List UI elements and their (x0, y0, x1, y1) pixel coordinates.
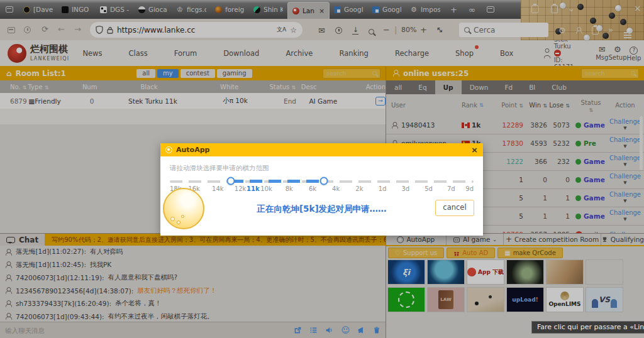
modal-title: AutoApp (176, 146, 209, 154)
modal-close-icon[interactable]: × (471, 145, 478, 155)
slider-instruction: 请拉动滑块选择要申请的棋力范围 (170, 164, 269, 173)
slider-selected-range (231, 180, 324, 183)
slider-handle-low[interactable] (226, 177, 235, 185)
rank-range-slider[interactable] (170, 177, 474, 185)
os-tooltip: Fare clic qui per passare a «Linux» (531, 321, 644, 334)
modal-title-bar[interactable]: AutoApp × (160, 143, 483, 156)
autoapp-icon (165, 146, 172, 153)
own-rank-label: 11k (247, 185, 260, 192)
slider-handle-high[interactable] (319, 177, 328, 185)
slider-labels: 18k 16k 14k 12k 11k 10k 8k 6k 4k 2k 1d 3… (170, 185, 474, 193)
autoapp-modal: AutoApp × 请拉动滑块选择要申请的棋力范围 18k 16k 14k 12… (160, 143, 483, 236)
cancel-button[interactable]: cancel (435, 200, 474, 216)
